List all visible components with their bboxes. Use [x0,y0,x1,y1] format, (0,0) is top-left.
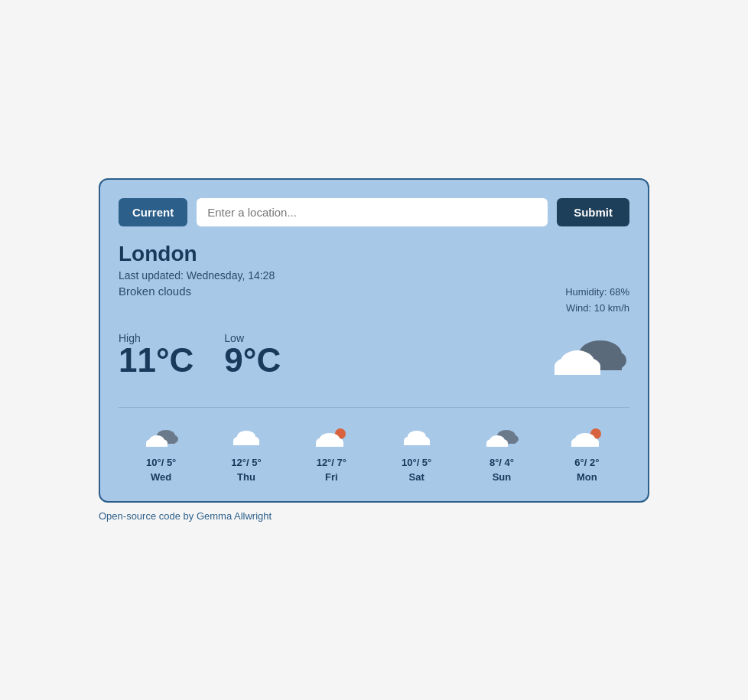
footer-text: Open-source code by Gemma Allwright [99,510,649,522]
fri-icon [313,426,350,454]
svg-rect-15 [146,443,167,447]
header-row: Current Submit [119,198,629,226]
sun-temps: 8°/ 4° [489,457,514,468]
svg-rect-28 [404,441,430,445]
submit-button[interactable]: Submit [557,198,629,226]
low-temp-group: Low 9°C [224,332,281,379]
forecast-row: 10°/ 5° Wed 12°/ 5° Thu [119,420,629,483]
forecast-mon: 6°/ 2° Mon [568,426,605,483]
high-temp: 11°C [119,341,194,379]
mon-icon [568,426,605,454]
city-name: London [119,242,629,266]
forecast-thu: 12°/ 5° Thu [228,426,265,483]
thu-icon [228,426,265,454]
fri-temps: 12°/ 7° [317,457,346,468]
thu-temps: 12°/ 5° [231,457,261,468]
condition: Broken clouds [119,285,191,298]
location-input[interactable] [197,198,548,226]
svg-rect-41 [571,442,599,447]
current-button[interactable]: Current [119,198,187,226]
sun-icon [483,426,520,454]
svg-rect-7 [554,366,600,375]
svg-rect-24 [316,442,343,447]
forecast-sat: 10°/ 5° Sat [398,426,435,483]
low-temp: 9°C [224,341,281,379]
wed-day: Wed [151,471,171,483]
divider [119,407,629,408]
humidity-wind: Humidity: 68% Wind: 10 km/h [565,285,629,317]
wind: Wind: 10 km/h [565,301,629,317]
humidity: Humidity: 68% [565,285,629,301]
svg-rect-36 [486,443,508,447]
svg-rect-19 [233,441,259,445]
sun-day: Sun [493,471,512,483]
last-updated: Last updated: Wednesday, 14:28 [119,269,629,282]
mon-temps: 6°/ 2° [574,457,599,468]
wed-temps: 10°/ 5° [146,457,176,468]
current-info-row: Broken clouds Humidity: 68% Wind: 10 km/… [119,285,629,317]
fri-day: Fri [325,471,338,483]
main-weather-icon [545,331,629,388]
weather-card: Current Submit London Last updated: Wedn… [99,178,649,503]
sat-day: Sat [409,471,424,483]
mon-day: Mon [577,471,597,483]
temp-row: High 11°C Low 9°C [119,332,281,379]
forecast-fri: 12°/ 7° Fri [313,426,350,483]
high-temp-group: High 11°C [119,332,194,379]
wed-icon [143,426,180,454]
sat-temps: 10°/ 5° [402,457,431,468]
forecast-wed: 10°/ 5° Wed [143,426,180,483]
sat-icon [398,426,435,454]
thu-day: Thu [237,471,255,483]
forecast-sun: 8°/ 4° Sun [483,426,520,483]
